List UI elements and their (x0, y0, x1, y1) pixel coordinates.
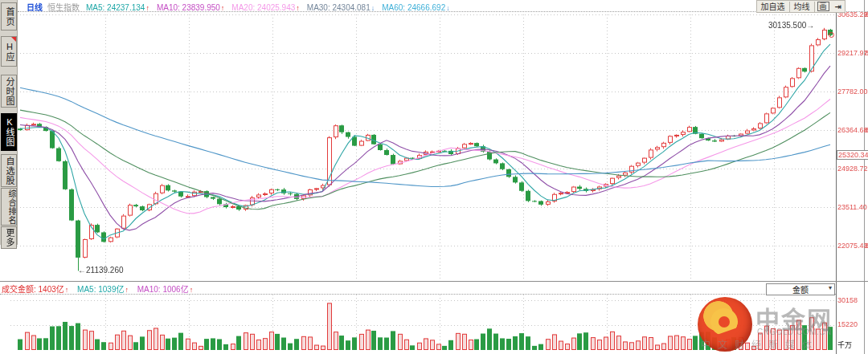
price-tick: 29217.97 (837, 49, 868, 57)
sidebar-item-more[interactable]: 更多 (1, 226, 17, 249)
arrow-left-icon: ← (78, 266, 86, 275)
up-arrow-icon: ↑ (145, 4, 149, 12)
ma20-legend: MA20: 24025.943↑ (231, 3, 299, 12)
sidebar-item-h-app[interactable]: H应用 (1, 36, 17, 67)
clipped-price-digits: 8 (865, 242, 868, 249)
chart-toolbar: 加自选 均线 画 ⇥ (756, 0, 845, 13)
down-arrow-icon: ↓ (446, 4, 450, 12)
sidebar-item-home[interactable]: 首页 (1, 2, 17, 31)
clipped-price-digits: 8 (865, 126, 868, 133)
price-tick: 22075.43 (837, 242, 868, 250)
add-watchlist-button[interactable]: 加自选 (757, 2, 790, 12)
price-tick: 23511.40 (837, 203, 867, 211)
ma10-legend: MA10: 23839.950↑ (157, 3, 224, 12)
draw-tool-button[interactable]: 画 (817, 2, 829, 11)
clipped-price-digits: 8 (865, 49, 868, 56)
up-arrow-icon: ↑ (125, 286, 129, 294)
panel-divider[interactable] (0, 281, 868, 282)
symbol-name: 恒生指数 (47, 3, 80, 12)
volume-ma5-value: MA5: 1039亿↑ (77, 285, 129, 294)
stock-app-window: 日线恒生指数MA5: 24237.134↑MA10: 23839.950↑MA2… (0, 0, 868, 354)
clipped-price-digits: 8 (865, 10, 868, 18)
up-arrow-icon: ↑ (190, 286, 194, 294)
sidebar-item-ranking[interactable]: 综合排名 (1, 188, 17, 226)
price-tick: 26364.68 (837, 126, 868, 134)
volume-chart-canvas[interactable] (10, 295, 836, 351)
chevron-down-icon: ▾ (829, 284, 832, 291)
period-selector[interactable]: 日线 (27, 3, 43, 12)
ma30-legend: MA30: 24304.081↓ (307, 3, 375, 12)
price-tick: 24928.72 (837, 165, 868, 173)
price-chart-canvas[interactable] (10, 11, 836, 281)
left-sidebar: 首页 H应用 分时图 K线图 自选股 综合排名 更多 (0, 0, 18, 245)
axis-divider (836, 0, 837, 354)
ma60-legend: MA60: 24666.692↓ (382, 3, 449, 12)
price-tick: 27782.00 (837, 87, 868, 96)
sidebar-item-watchlist[interactable]: 自选股 (1, 154, 17, 187)
volume-unit-label: 千万 (837, 340, 852, 350)
up-arrow-icon: ↑ (65, 286, 69, 294)
chart-legend: 日线恒生指数MA5: 24237.134↑MA10: 23839.950↑MA2… (27, 1, 457, 11)
volume-tick: 30158 (837, 296, 858, 304)
sidebar-item-kline[interactable]: K线图 (1, 113, 17, 151)
turnover-value: 成交金额: 1403亿↑ (2, 285, 68, 294)
volume-tick: 15220 (837, 320, 858, 328)
ma-toggle-button[interactable]: 均线 (790, 2, 815, 12)
high-price-annotation: 30135.500→ (768, 21, 814, 30)
latest-price-marker-icon (829, 32, 834, 38)
down-arrow-icon: ↓ (371, 4, 375, 12)
sidebar-item-intraday[interactable]: 分时图 (1, 75, 17, 108)
amount-type-dropdown[interactable]: 金额 ▾ (766, 283, 835, 295)
up-arrow-icon: ↑ (296, 4, 300, 12)
arrow-right-icon: → (806, 21, 814, 30)
collapse-panel-icon[interactable]: ⇥ (832, 2, 845, 11)
low-price-annotation: ←21139.260 (78, 266, 124, 275)
volume-legend: 成交金额: 1403亿↑ MA5: 1039亿↑ MA10: 1006亿↑ (2, 283, 199, 295)
up-arrow-icon: ↑ (221, 4, 225, 12)
red-corner-badge-icon (11, 37, 16, 42)
ma5-legend: MA5: 24237.134↑ (86, 3, 149, 12)
volume-ma10-value: MA10: 1006亿↑ (137, 285, 193, 294)
reference-price-tag: 25320.34 (837, 150, 868, 160)
